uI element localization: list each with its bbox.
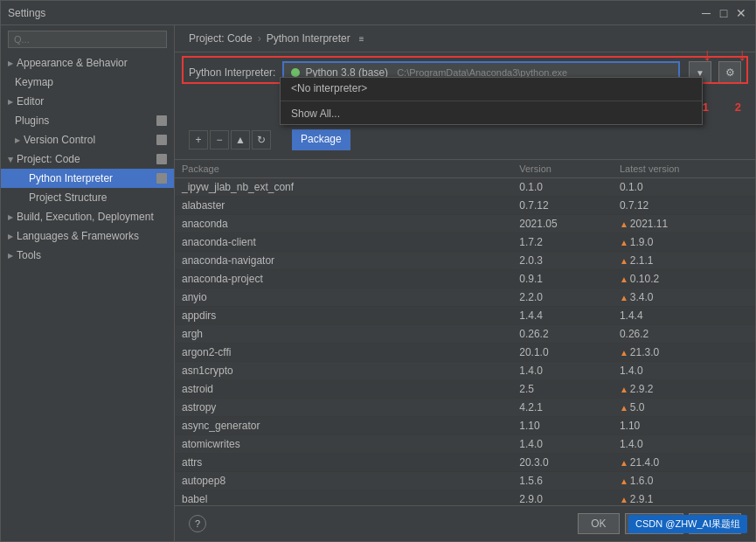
table-row[interactable]: attrs20.3.0▲21.4.0 bbox=[175, 454, 755, 472]
package-latest: ▲2.1.1 bbox=[613, 252, 755, 270]
package-tab[interactable]: Package bbox=[292, 129, 350, 150]
table-row[interactable]: atomicwrites1.4.01.4.0 bbox=[175, 435, 755, 454]
package-name: anaconda-client bbox=[175, 233, 512, 252]
expand-icon: ▶ bbox=[8, 213, 13, 221]
package-version: 1.4.0 bbox=[512, 435, 613, 454]
table-row[interactable]: anaconda2021.05▲2021.11 bbox=[175, 215, 755, 233]
package-version: 1.10 bbox=[512, 417, 613, 435]
col-latest: Latest version bbox=[613, 160, 755, 178]
window-controls: ─ □ ✕ bbox=[699, 6, 748, 20]
sidebar-item-keymap[interactable]: Keymap bbox=[1, 73, 174, 92]
table-row[interactable]: anyio2.2.0▲3.4.0 bbox=[175, 288, 755, 307]
refresh-button[interactable]: ↻ bbox=[252, 130, 271, 149]
package-toolbar: + − ▲ ↻ Package bbox=[189, 129, 741, 150]
upgrade-arrow-icon: ▲ bbox=[620, 403, 628, 413]
table-row[interactable]: appdirs1.4.41.4.4 bbox=[175, 307, 755, 325]
sidebar-item-build-exec[interactable]: ▶ Build, Execution, Deployment bbox=[1, 207, 174, 226]
sidebar-item-python-interpreter[interactable]: Python Interpreter bbox=[1, 169, 174, 188]
sidebar-item-label: Version Control bbox=[24, 134, 95, 146]
expand-icon: ▶ bbox=[8, 233, 13, 240]
package-table-container[interactable]: Package Version Latest version _ipyw_jla… bbox=[175, 160, 755, 505]
package-latest: 1.4.0 bbox=[613, 362, 755, 380]
package-name: alabaster bbox=[175, 197, 512, 215]
sidebar-item-plugins[interactable]: Plugins bbox=[1, 111, 174, 130]
main-content: ▶ Appearance & Behavior Keymap ▶ Editor … bbox=[1, 25, 755, 541]
breadcrumb-project: Project: Code bbox=[189, 32, 253, 45]
package-name: anaconda-navigator bbox=[175, 252, 512, 270]
sidebar-item-label: Plugins bbox=[15, 115, 49, 127]
close-button[interactable]: ✕ bbox=[734, 6, 748, 20]
minimize-button[interactable]: ─ bbox=[699, 6, 713, 20]
upgrade-arrow-icon: ▲ bbox=[620, 458, 628, 468]
sidebar-item-languages[interactable]: ▶ Languages & Frameworks bbox=[1, 226, 174, 246]
interpreter-status-dot bbox=[291, 68, 300, 77]
move-up-button[interactable]: ▲ bbox=[231, 130, 250, 149]
ok-button[interactable]: OK bbox=[578, 513, 619, 534]
table-row[interactable]: anaconda-client1.7.2▲1.9.0 bbox=[175, 233, 755, 252]
table-row[interactable]: astropy4.2.1▲5.0 bbox=[175, 399, 755, 417]
breadcrumb-page: Python Interpreter bbox=[267, 32, 350, 45]
table-row[interactable]: _ipyw_jlab_nb_ext_conf0.1.00.1.0 bbox=[175, 178, 755, 197]
sidebar-item-project-code[interactable]: ▶ Project: Code bbox=[1, 149, 174, 169]
sidebar-item-label: Editor bbox=[17, 95, 44, 108]
table-row[interactable]: alabaster0.7.120.7.12 bbox=[175, 197, 755, 215]
package-latest: 0.1.0 bbox=[613, 178, 755, 197]
upgrade-arrow-icon: ▲ bbox=[620, 219, 628, 229]
interpreter-badge bbox=[156, 173, 167, 184]
package-version: 2021.05 bbox=[512, 215, 613, 233]
sidebar-item-label: Tools bbox=[17, 249, 41, 261]
plugin-badge bbox=[156, 115, 167, 126]
package-version: 1.4.0 bbox=[512, 362, 613, 380]
sidebar-item-tools[interactable]: ▶ Tools bbox=[1, 246, 174, 265]
maximize-button[interactable]: □ bbox=[717, 6, 731, 20]
upgrade-arrow-icon: ▲ bbox=[620, 476, 628, 486]
expand-icon: ▶ bbox=[7, 156, 15, 162]
package-version: 4.2.1 bbox=[512, 399, 613, 417]
package-latest: 1.4.0 bbox=[613, 435, 755, 454]
sidebar-item-label: Python Interpreter bbox=[29, 172, 113, 184]
upgrade-arrow-icon: ▲ bbox=[620, 238, 628, 247]
table-row[interactable]: anaconda-navigator2.0.3▲2.1.1 bbox=[175, 252, 755, 270]
dropdown-no-interpreter[interactable]: <No interpreter> bbox=[281, 78, 702, 99]
table-row[interactable]: asn1crypto1.4.01.4.0 bbox=[175, 362, 755, 380]
sidebar-item-label: Appearance & Behavior bbox=[17, 57, 128, 69]
table-row[interactable]: babel2.9.0▲2.9.1 bbox=[175, 490, 755, 506]
package-name: attrs bbox=[175, 454, 512, 472]
package-name: anaconda bbox=[175, 215, 512, 233]
add-package-button[interactable]: + bbox=[189, 130, 208, 149]
table-row[interactable]: async_generator1.101.10 bbox=[175, 417, 755, 435]
upgrade-arrow-icon: ▲ bbox=[620, 256, 628, 266]
sidebar-item-version-control[interactable]: ▶ Version Control bbox=[1, 130, 174, 149]
package-latest: ▲3.4.0 bbox=[613, 288, 755, 307]
table-row[interactable]: anaconda-project0.9.1▲0.10.2 bbox=[175, 270, 755, 288]
sidebar-item-label: Build, Execution, Deployment bbox=[17, 211, 154, 223]
sidebar-item-editor[interactable]: ▶ Editor bbox=[1, 92, 174, 111]
search-input[interactable] bbox=[8, 31, 167, 48]
sidebar-item-label: Project: Code bbox=[17, 153, 80, 165]
sidebar-item-project-structure[interactable]: Project Structure bbox=[1, 188, 174, 207]
table-row[interactable]: argh0.26.20.26.2 bbox=[175, 325, 755, 344]
watermark: CSDN @ZHW_AI果题组 bbox=[628, 515, 747, 533]
table-row[interactable]: astroid2.5▲2.9.2 bbox=[175, 380, 755, 399]
sidebar-item-appearance[interactable]: ▶ Appearance & Behavior bbox=[1, 53, 174, 73]
remove-package-button[interactable]: − bbox=[210, 130, 229, 149]
package-latest: ▲5.0 bbox=[613, 399, 755, 417]
interpreter-settings-button[interactable]: ⚙ bbox=[718, 61, 741, 84]
breadcrumb: Project: Code › Python Interpreter ≡ bbox=[175, 25, 755, 52]
help-button[interactable]: ? bbox=[189, 515, 206, 532]
table-row[interactable]: autopep81.5.6▲1.6.0 bbox=[175, 472, 755, 490]
package-version: 0.1.0 bbox=[512, 178, 613, 197]
upgrade-arrow-icon: ▲ bbox=[620, 495, 628, 504]
package-version: 0.9.1 bbox=[512, 270, 613, 288]
package-version: 2.9.0 bbox=[512, 490, 613, 506]
package-version: 1.4.4 bbox=[512, 307, 613, 325]
table-row[interactable]: argon2-cffi20.1.0▲21.3.0 bbox=[175, 344, 755, 362]
interpreter-dropdown-popup: <No interpreter> Show All... bbox=[280, 77, 703, 125]
interpreter-label: Python Interpreter: bbox=[189, 66, 275, 79]
dropdown-show-all[interactable]: Show All... bbox=[281, 103, 702, 124]
package-name: argon2-cffi bbox=[175, 344, 512, 362]
annotation-label-2: 2 bbox=[735, 101, 741, 114]
package-latest: ▲1.9.0 bbox=[613, 233, 755, 252]
package-name: anyio bbox=[175, 288, 512, 307]
package-version: 20.1.0 bbox=[512, 344, 613, 362]
